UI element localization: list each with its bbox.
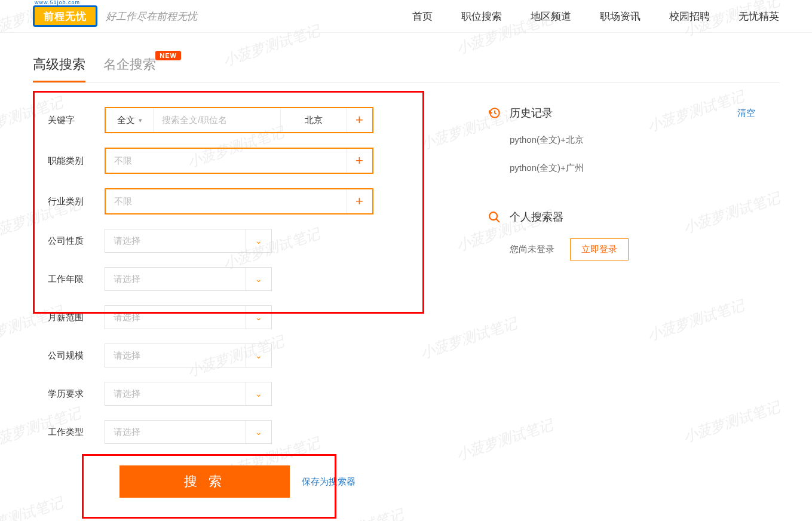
tab-advanced-search[interactable]: 高级搜索	[33, 56, 85, 82]
nav-region[interactable]: 地区频道	[531, 10, 571, 23]
search-icon	[487, 210, 501, 224]
company-size-select[interactable]: 请选择 ⌄	[105, 344, 272, 367]
clear-history-link[interactable]: 清空	[737, 108, 755, 119]
salary-text: 请选择	[105, 306, 245, 329]
label-keyword: 关键字	[33, 115, 105, 126]
chevron-down-icon: ⌄	[245, 229, 271, 252]
function-input[interactable]: 不限	[106, 149, 346, 173]
add-city-button[interactable]: +	[346, 108, 372, 132]
nav-elite[interactable]: 无忧精英	[739, 10, 779, 23]
keyword-input[interactable]: 搜索全文/职位名	[154, 108, 280, 132]
history-item[interactable]: python(全文)+北京	[510, 134, 779, 146]
row-function-category: 职能类别 不限 +	[33, 148, 445, 174]
education-text: 请选择	[105, 382, 245, 405]
chevron-down-icon: ⌄	[245, 306, 271, 329]
add-function-button[interactable]: +	[346, 149, 372, 173]
label-company-size: 公司规模	[33, 350, 105, 361]
save-as-searcher-link[interactable]: 保存为搜索器	[302, 476, 356, 488]
history-panel: 历史记录 清空 python(全文)+北京 python(全文)+广州	[487, 106, 779, 174]
history-item[interactable]: python(全文)+广州	[510, 163, 779, 174]
nav-home[interactable]: 首页	[412, 10, 433, 23]
search-tabs: 高级搜索 名企搜索 NEW	[33, 56, 780, 83]
company-type-text: 请选择	[105, 229, 245, 252]
search-button-row: 搜 索 保存为搜索器	[33, 465, 445, 498]
personal-searcher-panel: 个人搜索器 您尚未登录 立即登录	[487, 210, 779, 260]
salary-select[interactable]: 请选择 ⌄	[105, 305, 272, 329]
search-form: 关键字 全文 ▾ 搜索全文/职位名 北京 + 职能类别 不限 + 行业类别	[33, 94, 445, 498]
industry-input[interactable]: 不限	[106, 189, 346, 213]
site-header: 前程无忧 好工作尽在前程无忧 首页 职位搜索 地区频道 职场资讯 校园招聘 无忧…	[0, 0, 812, 33]
chevron-down-icon: ⌄	[245, 344, 271, 367]
row-keyword: 关键字 全文 ▾ 搜索全文/职位名 北京 +	[33, 107, 445, 133]
history-title: 历史记录	[510, 106, 729, 120]
row-industry-category: 行业类别 不限 +	[33, 188, 445, 214]
row-job-type: 工作类型 请选择 ⌄	[33, 420, 445, 444]
row-company-size: 公司规模 请选择 ⌄	[33, 344, 445, 367]
row-education: 学历要求 请选择 ⌄	[33, 382, 445, 406]
row-salary: 月薪范围 请选择 ⌄	[33, 305, 445, 329]
tab-famous-company[interactable]: 名企搜索 NEW	[103, 56, 156, 82]
keyword-type-select[interactable]: 全文 ▾	[106, 108, 154, 132]
city-select[interactable]: 北京	[280, 108, 346, 132]
chevron-down-icon: ▾	[139, 117, 142, 124]
row-company-type: 公司性质 请选择 ⌄	[33, 229, 445, 253]
label-function: 职能类别	[33, 155, 105, 167]
row-work-years: 工作年限 请选择 ⌄	[33, 267, 445, 291]
company-size-text: 请选择	[105, 344, 245, 367]
label-education: 学历要求	[33, 388, 105, 400]
chevron-down-icon: ⌄	[245, 382, 271, 405]
label-company-type: 公司性质	[33, 235, 105, 247]
nav-job-search[interactable]: 职位搜索	[461, 10, 502, 23]
job-type-select[interactable]: 请选择 ⌄	[105, 420, 272, 444]
label-salary: 月薪范围	[33, 312, 105, 323]
site-logo[interactable]: 前程无忧	[33, 5, 97, 27]
main-nav: 首页 职位搜索 地区频道 职场资讯 校园招聘 无忧精英	[412, 10, 779, 23]
job-type-text: 请选择	[105, 421, 245, 443]
personal-title: 个人搜索器	[510, 210, 779, 224]
label-work-years: 工作年限	[33, 274, 105, 285]
sidebar: 历史记录 清空 python(全文)+北京 python(全文)+广州 个人搜索…	[487, 94, 779, 498]
add-industry-button[interactable]: +	[346, 189, 372, 213]
nav-campus[interactable]: 校园招聘	[669, 10, 710, 23]
work-years-text: 请选择	[105, 268, 245, 290]
new-badge: NEW	[155, 51, 181, 60]
not-logged-text: 您尚未登录	[510, 244, 554, 255]
chevron-down-icon: ⌄	[245, 268, 271, 290]
site-slogan: 好工作尽在前程无忧	[106, 10, 197, 23]
chevron-down-icon: ⌄	[245, 421, 271, 443]
company-type-select[interactable]: 请选择 ⌄	[105, 229, 272, 253]
login-button[interactable]: 立即登录	[570, 238, 629, 260]
education-select[interactable]: 请选择 ⌄	[105, 382, 272, 406]
search-button[interactable]: 搜 索	[119, 465, 290, 498]
history-icon	[487, 106, 501, 120]
nav-news[interactable]: 职场资讯	[600, 10, 641, 23]
label-industry: 行业类别	[33, 196, 105, 207]
tab-famous-label: 名企搜索	[103, 57, 156, 72]
work-years-select[interactable]: 请选择 ⌄	[105, 267, 272, 291]
keyword-type-text: 全文	[117, 115, 135, 126]
label-job-type: 工作类型	[33, 427, 105, 438]
